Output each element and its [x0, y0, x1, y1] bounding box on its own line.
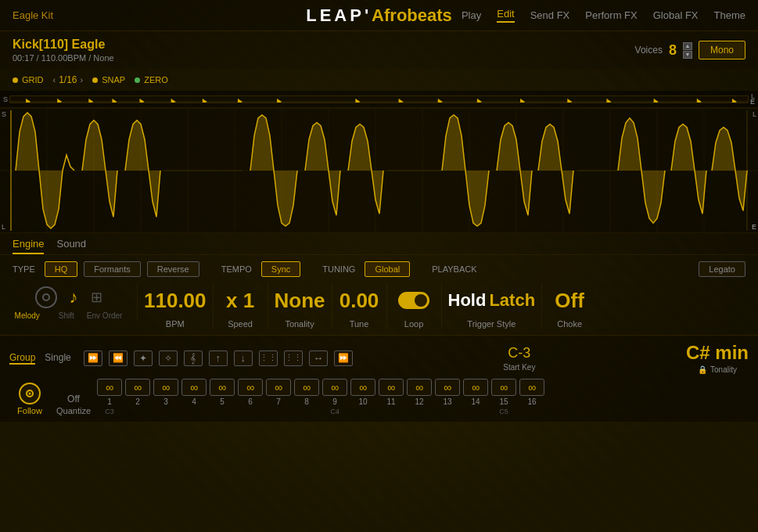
- grid-label: GRID: [22, 75, 44, 84]
- step-3: ∞ 3: [153, 379, 178, 415]
- step-loop-14[interactable]: ∞: [463, 379, 488, 396]
- tool-backward[interactable]: ⏪: [109, 350, 128, 366]
- legato-button[interactable]: Legato: [699, 261, 745, 277]
- step-8: ∞ 8: [294, 379, 319, 415]
- voices-up[interactable]: ▲: [683, 42, 692, 50]
- tool-bars1[interactable]: ⋮⋮: [259, 350, 278, 366]
- step-loop-2[interactable]: ∞: [125, 379, 150, 396]
- tool-pattern1[interactable]: ✦: [134, 350, 153, 366]
- svg-marker-17: [697, 99, 702, 103]
- sync-button[interactable]: Sync: [261, 261, 300, 277]
- zero-label-group: ZERO: [135, 75, 168, 84]
- tool-forward2[interactable]: ⏩: [334, 350, 353, 366]
- tab-engine[interactable]: Engine: [13, 238, 44, 254]
- record-icon[interactable]: [35, 286, 57, 308]
- waveform-display[interactable]: S L L E: [0, 108, 758, 233]
- tonality-label: Tonality: [285, 319, 314, 329]
- tonality-section: C# min 🔒 Tonality: [686, 342, 749, 374]
- snap-label: SNAP: [102, 75, 125, 84]
- zero-dot: [135, 77, 140, 83]
- tabs-row: Engine Sound: [0, 233, 758, 255]
- grid-icon[interactable]: ⊞: [91, 289, 102, 306]
- app-name: Eagle Kit: [13, 9, 53, 21]
- grid-next[interactable]: ›: [81, 75, 84, 84]
- timeline-track[interactable]: [9, 95, 749, 103]
- quantize-label: Quantize: [56, 406, 91, 415]
- step-loop-1[interactable]: ∞: [97, 379, 122, 396]
- choke-value: Off: [555, 290, 584, 311]
- step-loop-8[interactable]: ∞: [294, 379, 319, 396]
- nav-play[interactable]: Play: [462, 9, 481, 21]
- instrument-info: Kick[110] Eagle 00:17 / 110.00BPM / None: [13, 38, 114, 63]
- timeline-s: S: [3, 95, 8, 103]
- melody-label: Melody: [15, 311, 40, 320]
- mono-button[interactable]: Mono: [699, 41, 745, 59]
- trigger-hold[interactable]: Hold: [448, 290, 487, 311]
- tool-bars2[interactable]: ⋮⋮: [284, 350, 303, 366]
- single-tab[interactable]: Single: [45, 352, 70, 365]
- reverse-button[interactable]: Reverse: [147, 261, 199, 277]
- voices-down[interactable]: ▼: [683, 51, 692, 59]
- svg-marker-7: [238, 99, 242, 103]
- step-loop-16[interactable]: ∞: [519, 379, 544, 396]
- nav-global-fx[interactable]: Global FX: [653, 9, 699, 21]
- tool-up[interactable]: ↑: [209, 350, 228, 366]
- step-11: ∞ 11: [379, 379, 404, 415]
- top-nav: Eagle Kit LEAP ' Afrobeats Play Edit Sen…: [0, 0, 758, 31]
- waveform-e: E: [752, 223, 756, 231]
- step-12: ∞ 12: [407, 379, 432, 415]
- step-loop-13[interactable]: ∞: [435, 379, 460, 396]
- shift-label: Shift: [59, 311, 74, 320]
- tool-forward[interactable]: ⏩: [84, 350, 102, 366]
- step-loop-4[interactable]: ∞: [181, 379, 207, 396]
- step-loop-6[interactable]: ∞: [238, 379, 263, 396]
- tool-notes[interactable]: 𝄞: [184, 350, 203, 366]
- grid-prev[interactable]: ‹: [53, 75, 56, 84]
- step-16: ∞ 16: [519, 379, 544, 415]
- bpm-value: 110.00: [144, 290, 207, 311]
- melody-icon[interactable]: ♪: [70, 287, 78, 307]
- tool-pattern2[interactable]: ✧: [159, 350, 178, 366]
- svg-marker-5: [171, 99, 176, 103]
- step-loop-12[interactable]: ∞: [407, 379, 432, 396]
- svg-marker-16: [654, 99, 659, 103]
- svg-marker-11: [438, 99, 443, 103]
- group-single-tabs: Group Single: [9, 352, 71, 365]
- instrument-name: Kick[110] Eagle: [13, 38, 114, 52]
- main-icons: ♪ ⊞: [35, 283, 102, 311]
- step-loop-10[interactable]: ∞: [350, 379, 375, 396]
- step-loop-15[interactable]: ∞: [491, 379, 516, 396]
- tab-sound[interactable]: Sound: [56, 238, 86, 254]
- engine-section: TYPE HQ Formants Reverse TEMPO Sync TUNI…: [0, 255, 758, 335]
- step-10: ∞ 10: [350, 379, 375, 415]
- grid-value: 1/16: [59, 74, 77, 85]
- follow-icon[interactable]: [19, 383, 41, 404]
- speed-value: x 1: [226, 290, 254, 311]
- group-tab[interactable]: Group: [9, 352, 35, 365]
- step-loop-3[interactable]: ∞: [153, 379, 178, 396]
- formants-button[interactable]: Formants: [84, 261, 140, 277]
- grid-label-group: GRID: [13, 75, 44, 84]
- waveform-s: S: [2, 110, 6, 118]
- tool-down[interactable]: ↓: [234, 350, 253, 366]
- nav-perform-fx[interactable]: Perform FX: [585, 9, 637, 21]
- quantize-value: Off: [67, 394, 80, 404]
- trigger-latch[interactable]: Latch: [489, 290, 535, 311]
- step-loop-5[interactable]: ∞: [210, 379, 235, 396]
- loop-toggle[interactable]: [398, 292, 429, 309]
- nav-theme[interactable]: Theme: [714, 9, 745, 21]
- hq-button[interactable]: HQ: [45, 261, 78, 277]
- nav-send-fx[interactable]: Send FX: [530, 9, 570, 21]
- step-loop-11[interactable]: ∞: [379, 379, 404, 396]
- loop-group: Loop: [387, 283, 442, 329]
- params-main-row: ♪ ⊞ Melody Shift Env Order 110.00 BPM: [13, 283, 745, 329]
- snap-dot: [92, 77, 98, 83]
- step-loop-9[interactable]: ∞: [322, 379, 347, 396]
- tool-swap[interactable]: ↔: [309, 350, 328, 366]
- svg-marker-3: [112, 99, 117, 103]
- step-loop-7[interactable]: ∞: [266, 379, 291, 396]
- snap-label-group: SNAP: [92, 75, 125, 84]
- nav-edit[interactable]: Edit: [497, 8, 514, 23]
- speed-label: Speed: [228, 319, 253, 329]
- global-button[interactable]: Global: [365, 261, 410, 277]
